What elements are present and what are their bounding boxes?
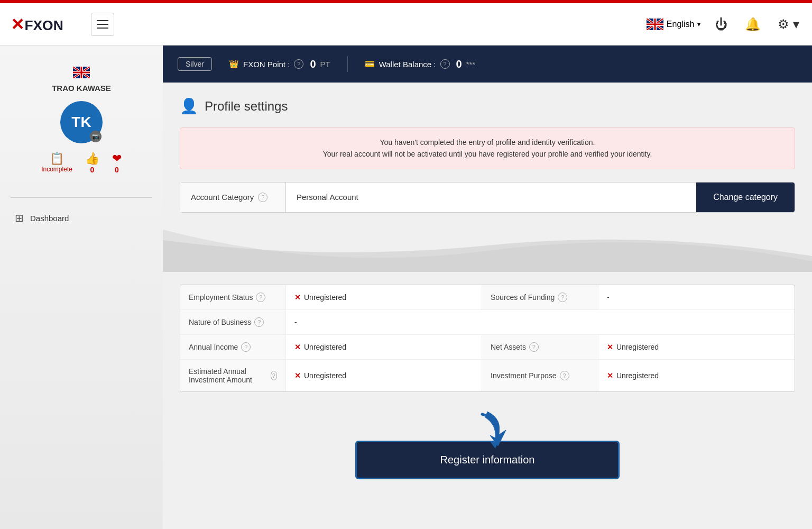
hamburger-button[interactable] <box>91 13 114 36</box>
x-icon: ✕ <box>294 343 301 351</box>
fxon-point-value: 0 <box>310 58 316 70</box>
account-category-row: Account Category ? Personal Account Chan… <box>180 182 795 213</box>
document-icon: 📋 <box>41 152 72 166</box>
stat-hearts-value: 0 <box>112 166 122 174</box>
uk-flag-icon <box>647 19 663 30</box>
account-category-help-icon[interactable]: ? <box>258 193 267 202</box>
sources-funding-help-icon[interactable]: ? <box>558 293 567 302</box>
hamburger-line <box>97 24 108 25</box>
annual-income-label: Annual Income ? <box>180 335 286 359</box>
camera-icon[interactable]: 📷 <box>90 131 102 142</box>
wallet-icon: 💳 <box>365 59 375 69</box>
employment-status-help-icon[interactable]: ? <box>256 293 265 302</box>
account-category-value: Personal Account <box>286 183 696 212</box>
profile-title-text: Profile settings <box>205 99 288 114</box>
fxon-point-label: FXON Point : <box>243 60 290 69</box>
notifications-button[interactable]: 🔔 <box>743 15 763 34</box>
wallet-value: 0 <box>456 58 462 70</box>
crown-icon: 👑 <box>229 59 239 69</box>
hamburger-line <box>97 20 108 21</box>
stat-hearts: ❤ 0 <box>112 152 122 174</box>
sidebar-item-label: Dashboard <box>30 214 69 223</box>
wallet-balance-item: 💳 Wallet Balance : ? 0 *** <box>365 58 475 70</box>
chevron-down-icon: ▾ <box>697 21 700 28</box>
sidebar-flag-icon <box>73 67 90 78</box>
estimated-investment-label: Estimated Annual Investment Amount ? <box>180 360 286 391</box>
wave-svg <box>163 230 812 272</box>
table-row: Employment Status ? ✕ Unregistered Sourc… <box>180 285 795 310</box>
svg-text:✕: ✕ <box>11 15 24 33</box>
user-stats: 📋 Incomplete 👍 0 ❤ 0 <box>11 152 152 174</box>
sidebar: TRAO KAWASE TK 📷 📋 Incomplete 👍 0 ❤ 0 <box>0 45 163 529</box>
investment-purpose-help-icon[interactable]: ? <box>560 371 569 380</box>
user-section: TRAO KAWASE TK 📷 📋 Incomplete 👍 0 ❤ 0 <box>0 56 163 191</box>
investment-purpose-label: Investment Purpose ? <box>482 360 598 391</box>
sidebar-item-dashboard[interactable]: ⊞ Dashboard <box>0 204 163 232</box>
unregistered-indicator: ✕ Unregistered <box>294 293 346 302</box>
employment-status-label: Employment Status ? <box>180 285 286 309</box>
header: ✕ FXON English ▾ ⏻ 🔔 ⚙ ▾ <box>0 3 812 45</box>
content-area: Silver 👑 FXON Point : ? 0 PT 💳 Wallet Ba… <box>163 45 812 529</box>
person-icon: 👤 <box>180 97 198 115</box>
fxon-point-help-icon[interactable]: ? <box>294 59 303 69</box>
nature-business-help-icon[interactable]: ? <box>254 317 264 327</box>
alert-banner: You haven't completed the entry of profi… <box>180 127 795 169</box>
power-button[interactable]: ⏻ <box>713 15 730 34</box>
sidebar-divider <box>11 197 152 198</box>
investment-purpose-value: ✕ Unregistered <box>598 360 795 391</box>
stat-incomplete-label: Incomplete <box>41 166 72 173</box>
arrow-down-icon <box>456 409 519 451</box>
topbar-divider <box>347 56 348 72</box>
avatar: TK 📷 <box>60 101 103 143</box>
table-row: Annual Income ? ✕ Unregistered Net Asset… <box>180 335 795 360</box>
page-title: 👤 Profile settings <box>180 97 795 115</box>
alert-line1: You haven't completed the entry of profi… <box>189 136 786 148</box>
change-category-button[interactable]: Change category <box>696 183 795 212</box>
net-assets-label: Net Assets ? <box>482 335 598 359</box>
language-label: English <box>667 20 694 29</box>
net-assets-value: ✕ Unregistered <box>598 335 795 359</box>
wallet-help-icon[interactable]: ? <box>440 59 450 69</box>
info-table: Employment Status ? ✕ Unregistered Sourc… <box>180 285 795 392</box>
dark-topbar: Silver 👑 FXON Point : ? 0 PT 💳 Wallet Ba… <box>163 45 812 83</box>
unregistered-indicator: ✕ Unregistered <box>294 343 346 351</box>
nature-business-label: Nature of Business ? <box>180 310 286 334</box>
heart-icon: ❤ <box>112 152 122 166</box>
header-right: English ▾ ⏻ 🔔 ⚙ ▾ <box>647 15 801 34</box>
wallet-label: Wallet Balance : <box>379 60 436 69</box>
arrow-section <box>180 409 795 451</box>
avatar-initials: TK <box>71 114 91 131</box>
language-selector[interactable]: English ▾ <box>647 19 700 30</box>
alert-line2: Your real account will not be activated … <box>189 148 786 160</box>
account-category-label: Account Category <box>191 193 254 202</box>
estimated-investment-help-icon[interactable]: ? <box>271 371 277 380</box>
x-icon: ✕ <box>607 371 613 380</box>
net-assets-help-icon[interactable]: ? <box>529 342 539 352</box>
unregistered-indicator: ✕ Unregistered <box>607 343 659 351</box>
estimated-investment-value: ✕ Unregistered <box>286 360 482 391</box>
svg-text:FXON: FXON <box>24 17 63 33</box>
silver-badge: Silver <box>178 57 212 71</box>
wave-separator <box>163 230 812 272</box>
stat-incomplete: 📋 Incomplete <box>41 152 72 174</box>
employment-status-value: ✕ Unregistered <box>286 285 482 309</box>
hamburger-line <box>97 28 108 29</box>
x-icon: ✕ <box>607 343 613 351</box>
settings-button[interactable]: ⚙ ▾ <box>776 15 801 34</box>
annual-income-value: ✕ Unregistered <box>286 335 482 359</box>
stat-likes-value: 0 <box>85 166 99 174</box>
x-icon: ✕ <box>294 371 301 380</box>
user-name: TRAO KAWASE <box>11 84 152 93</box>
table-row: Estimated Annual Investment Amount ? ✕ U… <box>180 360 795 391</box>
fxon-point-item: 👑 FXON Point : ? 0 PT <box>229 58 330 70</box>
main-layout: TRAO KAWASE TK 📷 📋 Incomplete 👍 0 ❤ 0 <box>0 45 812 529</box>
sources-funding-label: Sources of Funding ? <box>482 285 598 309</box>
account-category-value-text: Personal Account <box>297 193 358 202</box>
profile-content: 👤 Profile settings You haven't completed… <box>163 83 812 515</box>
logo: ✕ FXON <box>11 11 114 38</box>
annual-income-help-icon[interactable]: ? <box>241 342 251 352</box>
nature-business-value: - <box>286 310 795 334</box>
sources-funding-value: - <box>598 285 795 309</box>
x-icon: ✕ <box>294 293 301 302</box>
table-row: Nature of Business ? - <box>180 310 795 335</box>
